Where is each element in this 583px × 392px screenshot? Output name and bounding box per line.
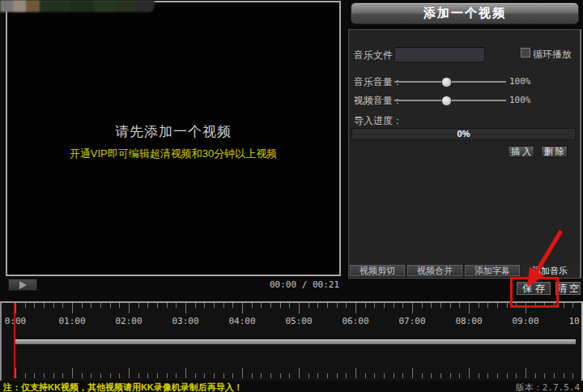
timeline-tick [185, 368, 186, 378]
timeline-tick [337, 373, 338, 378]
timeline-tick [554, 373, 555, 378]
timeline-tick [317, 303, 318, 308]
timeline-tick [167, 303, 168, 308]
timeline-tick [317, 373, 318, 378]
timeline-tick [507, 373, 508, 378]
music-volume-slider[interactable] [394, 76, 506, 87]
timeline-tick [214, 373, 215, 378]
timeline-tick [242, 368, 243, 378]
timeline-tick [15, 368, 16, 378]
timeline-tick [110, 303, 111, 308]
timeline-tick [157, 303, 158, 308]
timeline-time-label: 07:00 [398, 316, 425, 326]
timeline-tick [232, 303, 233, 308]
timeline-tick [62, 373, 63, 378]
timeline-tick [459, 373, 460, 378]
timeline-tick [195, 303, 196, 308]
timeline-tick [261, 373, 262, 378]
timeline-tick [280, 303, 281, 308]
timeline-tick [167, 373, 168, 378]
timeline-tick [185, 303, 186, 313]
timeline-tick [402, 373, 403, 378]
timeline-tick [327, 373, 328, 378]
tab-video-merge[interactable]: 视频合并 [407, 265, 462, 276]
timeline-tick [309, 373, 309, 378]
tab-video-cut[interactable]: 视频剪切 [350, 265, 405, 276]
version-label: 版本：2.7.5.4 [516, 381, 580, 392]
timeline-tick [270, 373, 271, 378]
play-button[interactable] [8, 279, 37, 291]
timeline-tick [431, 303, 432, 308]
timeline-tick [572, 373, 573, 378]
add-video-button[interactable]: 添加一个视频 [351, 2, 579, 24]
timeline-tick [129, 303, 130, 313]
timeline-tick [412, 303, 413, 313]
timeline-time-label: 10:00 [568, 316, 583, 326]
timeline-tick [110, 373, 111, 378]
timeline-tick [535, 303, 536, 308]
timeline-tick [402, 303, 403, 308]
timeline-tick [129, 368, 130, 378]
timeline-tick [34, 303, 35, 308]
timeline-tick [487, 303, 488, 308]
timeline-tick [232, 373, 233, 378]
music-volume-handle[interactable] [441, 77, 452, 87]
timeline-tick [252, 373, 253, 378]
blurred-logo [0, 0, 155, 12]
timeline-tick [440, 303, 441, 308]
timeline-tick [119, 303, 120, 308]
timeline-tick [394, 373, 394, 378]
timeline-tick [384, 373, 385, 378]
timeline-tick [15, 303, 16, 313]
tab-add-subtitle[interactable]: 添加字幕 [465, 265, 520, 276]
timeline-tick [497, 373, 498, 378]
timeline-tick [100, 373, 101, 378]
timeline-tick [34, 373, 35, 378]
timeline-tick [44, 373, 45, 378]
timeline-tick [82, 303, 83, 308]
preview-hint-vip: 开通VIP即可编辑超清视频和30分钟以上视频 [7, 147, 339, 161]
timeline-tick [147, 303, 148, 308]
timeline-time-label: 09:00 [512, 316, 538, 326]
timeline-tick [355, 368, 356, 378]
timeline-tick [223, 303, 224, 308]
timeline-tick [564, 303, 564, 308]
timeline-tick [394, 303, 394, 308]
timeline-tick [459, 303, 460, 308]
timeline-tick [469, 368, 470, 378]
timeline-time-label: 01:00 [58, 316, 85, 326]
video-volume-slider[interactable] [394, 95, 506, 106]
clear-button[interactable]: 清 空 [555, 282, 581, 295]
timeline-tick [365, 373, 366, 378]
support-note: 注：仅支持KK视频，其他视频请用KK录像机录制后再导入！ [3, 381, 243, 392]
insert-button[interactable]: 插 入 [508, 146, 534, 158]
timeline[interactable]: 0:0001:0002:0003:0004:0005:0006:0007:000… [0, 301, 583, 381]
timeline-tick [526, 303, 526, 313]
save-button[interactable]: 保 存 [517, 282, 551, 295]
app-window: 请先添加一个视频 开通VIP即可编辑超清视频和30分钟以上视频 00:00 / … [0, 0, 583, 392]
timeline-time-label: 06:00 [342, 316, 368, 326]
preview-hint-title: 请先添加一个视频 [7, 122, 339, 141]
timeline-tick [337, 303, 338, 308]
timeline-tick [119, 373, 120, 378]
tab-add-music[interactable]: 添加音乐 [522, 265, 577, 276]
timeline-tick [25, 303, 26, 308]
loop-label: 循环播放 [533, 48, 572, 62]
timeline-tick [487, 373, 488, 378]
loop-checkbox[interactable] [521, 48, 530, 58]
timeline-tick [450, 303, 451, 308]
timeline-tick [289, 303, 290, 308]
timeline-tick [204, 373, 205, 378]
timeline-tick [544, 303, 545, 308]
delete-button[interactable]: 删 除 [541, 146, 568, 158]
timeline-tick [374, 303, 375, 308]
timeline-tick [147, 373, 148, 378]
timeline-tick [214, 303, 215, 308]
timeline-scrollbar[interactable] [15, 339, 576, 344]
timeline-tick [242, 303, 243, 313]
timeline-tick [544, 373, 545, 378]
video-volume-handle[interactable] [441, 96, 452, 106]
timeline-tick [280, 373, 281, 378]
timeline-playhead[interactable] [14, 303, 15, 378]
music-file-input[interactable] [394, 47, 485, 62]
